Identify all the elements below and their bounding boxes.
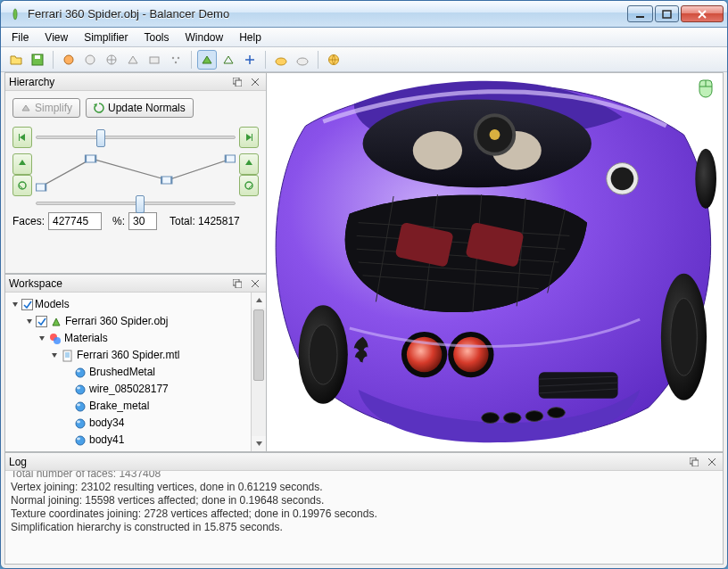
tree-row-material[interactable]: wire_085028177 — [11, 381, 251, 398]
rendered-model — [267, 73, 723, 451]
close-panel-icon[interactable] — [248, 277, 262, 290]
render-solid-icon[interactable] — [80, 50, 100, 70]
toolbar-separator — [191, 51, 192, 69]
render-textured-icon[interactable] — [59, 50, 79, 70]
collapse-icon[interactable] — [50, 351, 59, 360]
minimize-button[interactable] — [627, 5, 653, 22]
checkbox-icon[interactable] — [36, 316, 47, 327]
material-icon — [73, 433, 87, 448]
log-body[interactable]: Total number of faces: 1437408 Vertex jo… — [5, 471, 723, 564]
tree-row-material[interactable]: chrom — [11, 449, 251, 451]
viewport-3d[interactable] — [267, 72, 724, 452]
tree-label: Brake_metal — [89, 399, 149, 414]
globe-icon[interactable] — [324, 50, 343, 70]
shade-flat-icon[interactable] — [219, 50, 238, 70]
scroll-down-icon[interactable] — [252, 436, 266, 451]
menu-help[interactable]: Help — [232, 29, 269, 45]
update-normals-button[interactable]: Update Normals — [86, 98, 194, 118]
svg-point-66 — [548, 408, 566, 418]
render-flat-icon[interactable] — [145, 50, 164, 70]
collapse-icon[interactable] — [25, 317, 34, 326]
curve-editor[interactable] — [36, 153, 236, 194]
faces-input[interactable] — [48, 212, 102, 230]
menu-window[interactable]: Window — [178, 29, 231, 45]
simplify-button[interactable]: Simplify — [12, 98, 80, 118]
svg-point-11 — [276, 58, 286, 65]
tree-row-file[interactable]: Ferrari 360 Spider.obj — [11, 313, 251, 330]
material-icon — [73, 400, 87, 414]
svg-rect-16 — [19, 134, 20, 141]
save-icon[interactable] — [28, 50, 47, 70]
range-slider[interactable] — [36, 202, 236, 205]
svg-rect-22 — [226, 155, 236, 162]
render-hidden-icon[interactable] — [123, 50, 143, 70]
app-icon — [8, 7, 22, 21]
checkbox-icon[interactable] — [21, 299, 33, 310]
curve-bottom-left-icon[interactable] — [12, 175, 32, 196]
render-points-icon[interactable] — [166, 50, 186, 70]
svg-rect-3 — [35, 55, 40, 59]
undock-icon[interactable] — [230, 76, 244, 88]
toolbar-separator — [53, 51, 54, 69]
maximize-button[interactable] — [655, 5, 679, 22]
curve-bottom-right-icon[interactable] — [239, 175, 259, 196]
undock-icon[interactable] — [687, 456, 701, 468]
tree-row-material[interactable]: BrushedMetal — [11, 364, 251, 381]
close-button[interactable] — [681, 5, 724, 22]
svg-rect-7 — [150, 57, 159, 63]
tree-label: body34 — [89, 416, 124, 431]
undock-icon[interactable] — [230, 277, 244, 290]
menu-view[interactable]: View — [37, 29, 75, 45]
mouse-mode-icon[interactable] — [698, 78, 714, 101]
tree-row-material[interactable]: Brake_metal — [11, 398, 251, 415]
slider-thumb[interactable] — [136, 195, 145, 213]
svg-point-51 — [611, 168, 634, 191]
collapse-icon[interactable] — [11, 301, 20, 309]
scroll-track[interactable] — [252, 308, 266, 436]
light-back-icon[interactable] — [293, 50, 312, 70]
window-title: Ferrari 360 Spider.obj - Balancer Demo — [28, 7, 620, 21]
log-header: Log — [5, 453, 723, 471]
stats-row: Faces: %: Total: 1425817 — [12, 212, 259, 230]
render-wire-icon[interactable] — [102, 50, 121, 70]
light-front-icon[interactable] — [271, 50, 291, 70]
scroll-up-icon[interactable] — [252, 293, 266, 308]
scrollbar-vertical[interactable] — [251, 293, 266, 451]
workspace-tree: Models Ferrari 360 Spider.obj Materials — [5, 293, 266, 451]
curve-top-right-icon[interactable] — [239, 153, 259, 175]
percent-input[interactable] — [128, 212, 157, 230]
material-icon — [73, 416, 87, 431]
menu-simplifier[interactable]: Simplifier — [77, 29, 135, 45]
tree-label: Materials — [64, 331, 108, 346]
material-icon — [73, 383, 87, 397]
scroll-thumb[interactable] — [253, 309, 264, 381]
tree-label: wire_085028177 — [89, 382, 169, 397]
tree-row-materials[interactable]: Materials — [11, 330, 251, 347]
slider-step-back-icon[interactable] — [12, 127, 32, 148]
tree-row-material[interactable]: body41 — [11, 432, 251, 449]
svg-point-58 — [695, 149, 716, 209]
shade-smooth-icon[interactable] — [197, 50, 217, 70]
toolbar-separator — [265, 51, 266, 69]
lod-slider[interactable] — [36, 136, 236, 139]
close-panel-icon[interactable] — [248, 76, 262, 88]
collapse-icon[interactable] — [37, 334, 46, 343]
tree-row-material[interactable]: body34 — [11, 415, 251, 432]
svg-point-35 — [76, 419, 85, 428]
toolbar — [1, 47, 727, 72]
materials-icon — [48, 332, 62, 346]
close-panel-icon[interactable] — [705, 456, 719, 468]
tree-label: chrom — [89, 449, 119, 451]
svg-point-9 — [178, 56, 179, 58]
curve-top-left-icon[interactable] — [12, 153, 32, 175]
tree-row-mtl[interactable]: Ferrari 360 Spider.mtl — [11, 347, 251, 364]
svg-rect-25 — [236, 282, 242, 288]
tree-row-models[interactable]: Models — [11, 296, 251, 313]
open-icon[interactable] — [6, 50, 26, 70]
menu-tools[interactable]: Tools — [136, 29, 176, 45]
shade-normals-icon[interactable] — [240, 50, 260, 70]
slider-step-forward-icon[interactable] — [239, 127, 259, 148]
slider-thumb[interactable] — [96, 129, 105, 147]
menu-file[interactable]: File — [4, 29, 36, 45]
percent-label: %: — [112, 215, 125, 227]
